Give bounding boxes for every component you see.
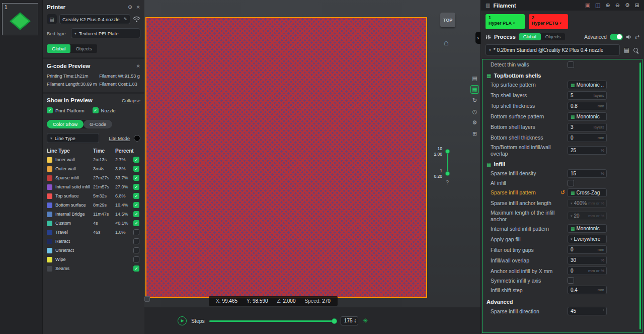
- settings-icon[interactable]: ⚙: [625, 2, 630, 9]
- preview-legend-icon[interactable]: ✳: [363, 317, 368, 324]
- bed-type-label: Bed type: [47, 31, 68, 36]
- line-visibility-checkbox[interactable]: ✓: [133, 265, 139, 272]
- process-preset-select[interactable]: ▾ * 0.20mm Standard @Creality K2 Plus 0.…: [486, 44, 620, 55]
- line-visibility-checkbox[interactable]: ✓: [133, 166, 139, 172]
- lite-mode-link[interactable]: Lite Mode: [109, 136, 130, 141]
- help-icon[interactable]: ?: [446, 179, 449, 185]
- checkbox[interactable]: ✓: [93, 107, 99, 113]
- add-icon[interactable]: ⊕: [605, 2, 610, 9]
- param-checkbox[interactable]: [568, 61, 574, 68]
- filament-slot[interactable]: 2Hyper PETG▾: [529, 14, 568, 29]
- assembly-icon[interactable]: ⚙: [470, 118, 479, 127]
- param-input[interactable]: 0.8mm: [568, 102, 607, 110]
- color-show-toggle[interactable]: Color Show: [47, 120, 84, 128]
- layer-slider-bottom-handle[interactable]: [445, 171, 450, 176]
- line-type-label: Retract: [55, 239, 93, 244]
- param-dropdown[interactable]: ▦Monotonic: [568, 224, 607, 233]
- printer-settings-icon[interactable]: ⚙: [127, 4, 132, 11]
- param-checkbox[interactable]: [568, 180, 574, 186]
- more-tools-icon[interactable]: ⊞: [470, 129, 479, 138]
- edit-printer-icon[interactable]: ✎: [123, 17, 127, 22]
- plate-handle-icon[interactable]: [144, 296, 150, 302]
- line-type-row: Custom4s<0.1%✓: [47, 219, 139, 228]
- reset-param-icon[interactable]: ↺: [560, 189, 565, 196]
- bed-type-select[interactable]: ▾ Textured PEI Plate: [71, 28, 140, 38]
- history-icon[interactable]: ◷: [470, 107, 479, 116]
- line-visibility-checkbox[interactable]: ✓: [133, 193, 139, 199]
- line-type-select[interactable]: ▾ Line Type: [47, 133, 99, 143]
- print-platform-check[interactable]: ✓ Print Platform: [47, 107, 85, 113]
- layer-slider-track[interactable]: [447, 151, 448, 173]
- printer-connection-icon[interactable]: ▤: [47, 14, 57, 24]
- checkbox[interactable]: ✓: [47, 107, 53, 113]
- device-icon[interactable]: ▣: [585, 2, 590, 9]
- process-tab-objects[interactable]: Objects: [541, 33, 566, 40]
- color-scheme-icon[interactable]: ▦: [470, 85, 479, 94]
- param-input[interactable]: 5layers: [568, 91, 607, 100]
- process-tab-global[interactable]: Global: [519, 33, 541, 40]
- param-input[interactable]: 0mm: [568, 245, 607, 254]
- rotate-view-icon[interactable]: ↻: [470, 96, 479, 105]
- viewport[interactable]: TOP ⌂ ▤▦↻◷⚙⊞ › 10 2.00 1 0.20 ? X:99.465…: [144, 0, 480, 334]
- announcement-icon[interactable]: [626, 34, 632, 40]
- param-input[interactable]: 3layers: [568, 123, 607, 131]
- view-cube[interactable]: TOP: [440, 13, 455, 27]
- printer-select[interactable]: Creality K2 Plus 0.4 nozzle ✎: [59, 14, 130, 24]
- line-visibility-checkbox[interactable]: [133, 229, 139, 235]
- layer-range-slider[interactable]: 10 2.00 1 0.20 ?: [426, 145, 456, 190]
- collapse-right-panel-button[interactable]: ›: [475, 32, 480, 44]
- line-visibility-checkbox[interactable]: ✓: [133, 157, 139, 163]
- param-input[interactable]: 0mm or %: [568, 266, 607, 275]
- param-input[interactable]: 0mm: [568, 133, 607, 142]
- build-plate-icon[interactable]: ▤: [470, 74, 479, 83]
- gcode-toggle[interactable]: G-Code: [84, 120, 112, 128]
- search-icon[interactable]: [633, 48, 638, 52]
- build-plate[interactable]: [145, 17, 427, 298]
- tab-objects[interactable]: Objects: [70, 44, 97, 53]
- line-visibility-checkbox[interactable]: ✓: [133, 184, 139, 190]
- line-visibility-checkbox[interactable]: [133, 247, 139, 253]
- param-dropdown[interactable]: ▾400%mm or %: [568, 199, 607, 208]
- nozzle-check[interactable]: ✓ Nozzle: [93, 107, 116, 113]
- param-dropdown[interactable]: ▾Everywhere: [568, 235, 607, 243]
- param-input[interactable]: 15%: [568, 169, 607, 178]
- collapse-printer-section-icon[interactable]: «: [135, 6, 142, 9]
- scrollbar[interactable]: [639, 62, 641, 329]
- line-visibility-checkbox[interactable]: ✓: [133, 211, 139, 217]
- apps-icon[interactable]: ⊞: [635, 2, 639, 9]
- printer-icon[interactable]: ◫: [595, 2, 600, 9]
- param-control: 5layers: [568, 91, 607, 100]
- layer-slider-top-handle[interactable]: [445, 149, 450, 154]
- step-down-icon[interactable]: ▾: [355, 321, 356, 323]
- steps-stepper[interactable]: 175 ▴ ▾: [341, 316, 358, 325]
- compare-presets-icon[interactable]: ⇄: [635, 34, 639, 40]
- line-visibility-checkbox[interactable]: ✓: [133, 175, 139, 181]
- param-checkbox[interactable]: [568, 277, 574, 284]
- param-dropdown[interactable]: ▦Cross-Zag: [568, 188, 607, 197]
- param-dropdown[interactable]: ▾20mm or %: [568, 212, 607, 220]
- param-input[interactable]: 30%: [568, 256, 607, 264]
- object-list-item[interactable]: 1: [2, 3, 38, 35]
- line-visibility-checkbox[interactable]: [133, 256, 139, 262]
- steps-slider-handle[interactable]: [332, 318, 337, 324]
- line-visibility-checkbox[interactable]: [133, 238, 139, 244]
- play-button[interactable]: ▶: [178, 316, 187, 325]
- param-input[interactable]: 45°: [568, 307, 607, 315]
- remove-icon[interactable]: ⊖: [615, 2, 620, 9]
- save-preset-icon[interactable]: ▤: [624, 46, 629, 53]
- lite-mode-toggle[interactable]: [134, 135, 140, 142]
- tab-global[interactable]: Global: [47, 44, 70, 53]
- param-input[interactable]: 0.4mm: [568, 286, 607, 294]
- advanced-toggle[interactable]: [610, 34, 623, 40]
- collapse-gcode-section-icon[interactable]: «: [135, 64, 142, 68]
- param-row: Apply gap fill▾Everywhere: [482, 234, 642, 244]
- param-dropdown[interactable]: ▦Monotonic ...: [568, 81, 607, 89]
- param-dropdown[interactable]: ▦Monotonic: [568, 112, 607, 121]
- line-visibility-checkbox[interactable]: ✓: [133, 202, 139, 208]
- filament-slot[interactable]: 1Hyper PLA▾: [486, 14, 525, 29]
- param-input[interactable]: 25%: [568, 146, 607, 155]
- line-visibility-checkbox[interactable]: ✓: [133, 220, 139, 226]
- collapse-link[interactable]: Collapse: [122, 98, 140, 103]
- steps-slider[interactable]: [209, 317, 336, 324]
- home-view-icon[interactable]: ⌂: [444, 38, 449, 47]
